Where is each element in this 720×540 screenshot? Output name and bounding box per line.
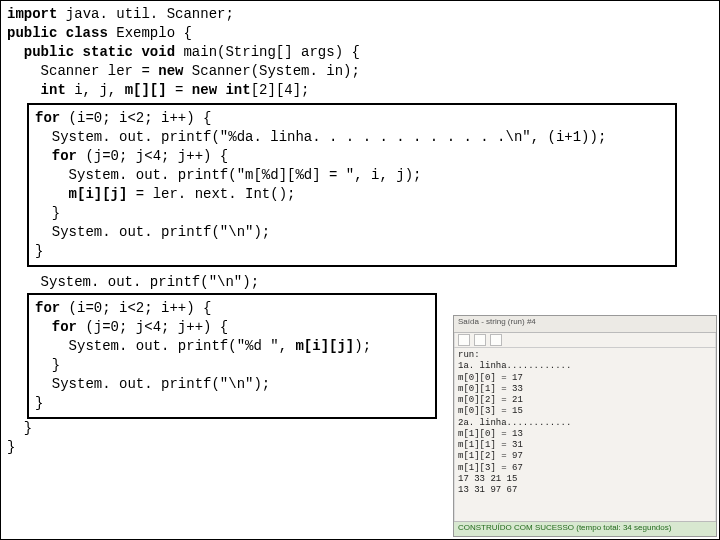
code-text: System. out. printf("\n"); xyxy=(35,224,270,240)
code-text: (j=0; j<4; j++) { xyxy=(77,148,228,164)
output-line: m[0][1] = 33 xyxy=(458,384,712,395)
code-text: System. out. printf("\n"); xyxy=(35,376,270,392)
output-body: run: 1a. linha............ m[0][0] = 17 … xyxy=(454,348,716,496)
output-line: m[0][3] = 15 xyxy=(458,406,712,417)
output-line: 13 31 97 67 xyxy=(458,485,712,496)
code-between: System. out. printf("\n"); xyxy=(7,273,713,292)
kw-int: int xyxy=(7,82,66,98)
code-text: Exemplo { xyxy=(108,25,192,41)
output-line: m[1][0] = 13 xyxy=(458,429,712,440)
kw-for: for xyxy=(35,319,77,335)
code-text xyxy=(35,186,69,202)
code-text: } xyxy=(35,357,60,373)
code-block-box2: for (i=0; i<2; i++) { for (j=0; j<4; j++… xyxy=(35,299,429,412)
code-text: = xyxy=(167,82,192,98)
output-loop-box: for (i=0; i<2; i++) { for (j=0; j<4; j++… xyxy=(27,293,437,418)
code-text: Scanner ler = xyxy=(7,63,158,79)
code-text: } xyxy=(35,243,43,259)
code-text: java. util. Scanner; xyxy=(57,6,233,22)
kw-public-class: public class xyxy=(7,25,108,41)
output-line: m[0][0] = 17 xyxy=(458,373,712,384)
kw-new-int: new int xyxy=(192,82,251,98)
kw-import: import xyxy=(7,6,57,22)
code-text: (i=0; i<2; i++) { xyxy=(60,110,211,126)
output-titlebar: Saída - string (run) #4 xyxy=(454,316,716,333)
kw-for: for xyxy=(35,148,77,164)
code-text: } xyxy=(7,420,32,436)
toolbar-button-icon[interactable] xyxy=(490,334,502,346)
kw-for: for xyxy=(35,300,60,316)
code-text: i, j, xyxy=(66,82,125,98)
output-line: m[1][3] = 67 xyxy=(458,463,712,474)
code-text: (i=0; i<2; i++) { xyxy=(60,300,211,316)
code-text: Scanner(System. in); xyxy=(183,63,359,79)
output-line: 2a. linha............ xyxy=(458,418,712,429)
code-text: } xyxy=(7,439,15,455)
code-text: } xyxy=(35,395,43,411)
code-text: (j=0; j<4; j++) { xyxy=(77,319,228,335)
output-line: m[1][2] = 97 xyxy=(458,451,712,462)
slide-page: import java. util. Scanner; public class… xyxy=(0,0,720,540)
code-text: } xyxy=(35,205,60,221)
code-text: ); xyxy=(354,338,371,354)
input-loop-box: for (i=0; i<2; i++) { System. out. print… xyxy=(27,103,677,266)
output-line: 1a. linha............ xyxy=(458,361,712,372)
code-text: System. out. printf("m[%d][%d] = ", i, j… xyxy=(35,167,421,183)
output-line: m[0][2] = 21 xyxy=(458,395,712,406)
matrix-read: m[i][j] xyxy=(295,338,354,354)
toolbar-button-icon[interactable] xyxy=(458,334,470,346)
output-window: Saída - string (run) #4 run: 1a. linha..… xyxy=(453,315,717,537)
code-text: System. out. printf("%da. linha. . . . .… xyxy=(35,129,606,145)
output-line: run: xyxy=(458,350,712,361)
kw-for: for xyxy=(35,110,60,126)
output-status-bar: CONSTRUÍDO COM SUCESSO (tempo total: 34 … xyxy=(454,521,716,536)
output-toolbar xyxy=(454,333,716,348)
matrix-decl: m[][] xyxy=(125,82,167,98)
kw-new: new xyxy=(158,63,183,79)
output-line: 17 33 21 15 xyxy=(458,474,712,485)
output-line: m[1][1] = 31 xyxy=(458,440,712,451)
code-text: [2][4]; xyxy=(251,82,310,98)
code-block-box1: for (i=0; i<2; i++) { System. out. print… xyxy=(35,109,669,260)
code-block-top: import java. util. Scanner; public class… xyxy=(7,5,713,99)
matrix-assign: m[i][j] xyxy=(69,186,128,202)
code-text: System. out. printf("%d ", xyxy=(35,338,295,354)
toolbar-button-icon[interactable] xyxy=(474,334,486,346)
kw-method-sig: public static void xyxy=(7,44,175,60)
code-text: = ler. next. Int(); xyxy=(127,186,295,202)
code-text: main(String[] args) { xyxy=(175,44,360,60)
